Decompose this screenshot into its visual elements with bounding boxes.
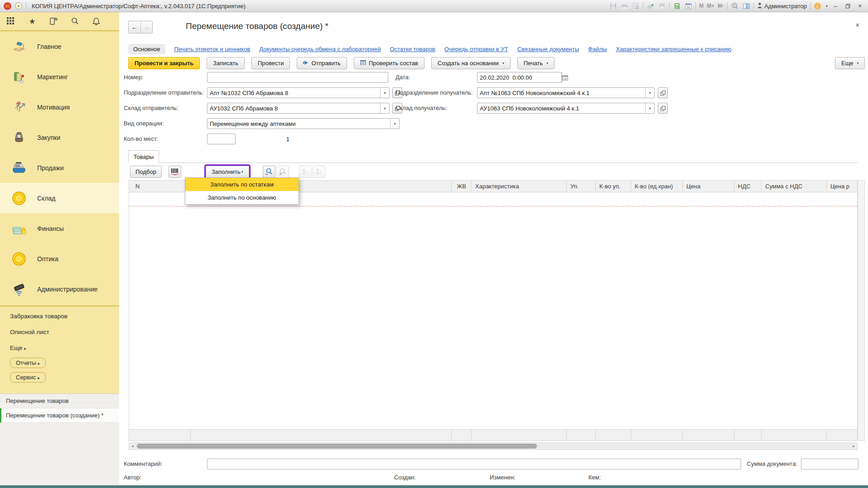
scroll-right-icon[interactable]: ▸ (850, 444, 857, 448)
minimize-button[interactable]: – (831, 2, 840, 10)
tab-tovary[interactable]: Товары (128, 150, 159, 163)
number-field[interactable] (207, 72, 388, 83)
info-icon[interactable]: i (814, 2, 822, 10)
sort-ascending-button[interactable]: АЯ↓ (299, 166, 312, 178)
column-header-kvo-up[interactable]: К-во уп. (596, 181, 631, 192)
barcode-scan-button[interactable] (169, 166, 181, 178)
date-input[interactable] (477, 72, 562, 82)
link-ochered-otpravki[interactable]: Очередь отправки в УТ (444, 46, 508, 53)
main-menu-button[interactable]: ▾ (15, 2, 22, 10)
column-header-kharakteristika[interactable]: Характеристика (472, 181, 567, 192)
column-header-cena-r[interactable]: Цена р (827, 181, 857, 192)
sidebar-item-prodazhi[interactable]: Продажи (0, 153, 119, 183)
calculator-icon[interactable] (673, 2, 681, 10)
print-button[interactable]: Печать▾ (517, 57, 555, 69)
preview-icon[interactable] (632, 2, 640, 10)
link-fayly[interactable]: Файлы (588, 46, 607, 53)
chevron-down-icon[interactable]: ▾ (380, 103, 389, 113)
scroll-left-icon[interactable]: ◂ (129, 444, 136, 448)
print-doc-icon[interactable] (658, 2, 666, 10)
more-button[interactable]: Еще▾ (835, 57, 865, 69)
sender-warehouse-field[interactable]: ▾ (207, 103, 390, 114)
sidebar-item-administrirovanie[interactable]: Администрирование (0, 274, 119, 304)
calendar-icon[interactable]: 31 (684, 2, 692, 10)
sender-division-input[interactable] (207, 88, 380, 98)
form-close-button[interactable]: × (855, 21, 859, 29)
post-and-close-button[interactable]: Провести и закрыть (128, 57, 200, 69)
link-dokumenty-ochered[interactable]: Документы очередь обмена с лабораторией (259, 46, 381, 53)
sender-warehouse-input[interactable] (207, 103, 380, 113)
memory-minus-button[interactable]: M- (718, 3, 724, 9)
link-kharakteristiki[interactable]: Характеристики запрещенные к списанию (616, 46, 731, 53)
sidebar-item-sklad[interactable]: Склад (0, 183, 119, 213)
search-icon[interactable] (70, 17, 79, 26)
save-button[interactable]: Записать (207, 57, 245, 69)
chevron-down-icon[interactable]: ▾ (645, 88, 654, 98)
column-header-n[interactable]: N (129, 181, 191, 192)
column-header-up[interactable]: Уп. (567, 181, 596, 192)
receiver-division-input[interactable] (477, 88, 645, 98)
comment-input[interactable] (207, 459, 741, 469)
service-button[interactable]: Сервис ▸ (10, 372, 46, 383)
receiver-warehouse-open-button[interactable] (658, 103, 668, 114)
receiver-division-open-button[interactable] (658, 87, 668, 98)
find-button[interactable] (263, 166, 275, 178)
info-caret-icon[interactable]: ▾ (826, 4, 828, 8)
comment-field[interactable] (207, 459, 741, 469)
scrollbar-thumb[interactable] (137, 444, 537, 449)
back-button[interactable]: ← (129, 21, 140, 33)
operation-type-input[interactable] (207, 119, 390, 129)
receiver-warehouse-field[interactable]: ▾ (477, 103, 655, 114)
link-pechat-etiketok[interactable]: Печать этикеток и ценников (174, 46, 251, 53)
receiver-warehouse-input[interactable] (477, 103, 645, 113)
menu-item-fill-by-stock[interactable]: Заполнить по остаткам (185, 178, 299, 191)
number-input[interactable] (207, 72, 388, 82)
reports-button[interactable]: Отчеты ▸ (10, 358, 46, 368)
send-button[interactable]: Отправить (297, 57, 347, 69)
places-count-field[interactable] (207, 134, 236, 144)
places-count-input[interactable] (207, 134, 292, 144)
sender-division-field[interactable]: ▾ (207, 87, 390, 98)
taskbar-item-active[interactable]: Перемещение товаров (создание) * (0, 408, 119, 423)
notifications-bell-icon[interactable] (92, 17, 101, 26)
sidebar-link-zabrakovka[interactable]: Забраковка товаров (10, 313, 119, 320)
history-icon[interactable] (49, 17, 58, 26)
current-user[interactable]: Администратор (757, 2, 807, 10)
goods-table-body[interactable] (129, 192, 858, 429)
close-button[interactable]: × (855, 2, 864, 10)
sidebar-item-finansy[interactable]: Финансы (0, 213, 119, 244)
column-header-nds[interactable]: НДС (734, 181, 762, 192)
vertical-scrollbar[interactable] (858, 180, 865, 441)
forward-button[interactable]: → (140, 21, 152, 33)
check-content-button[interactable]: Проверить состав (354, 57, 424, 69)
taskbar-item[interactable]: Перемещение товаров (0, 394, 119, 408)
sidebar-more-link[interactable]: Еще ▸ (10, 344, 119, 351)
memory-button[interactable]: M (699, 3, 704, 9)
column-header-summa-nds[interactable]: Сумма с НДС (762, 181, 827, 192)
receiver-division-field[interactable]: ▾ (477, 87, 655, 98)
sidebar-item-optika[interactable]: Оптика (0, 244, 119, 274)
fill-button[interactable]: Заполнить▾ (206, 166, 249, 178)
link-ostatki-tovarov[interactable]: Остатки товаров (390, 46, 435, 53)
split-view-icon[interactable] (742, 2, 750, 10)
column-header-zhv[interactable]: ЖВ (452, 181, 472, 192)
print-icon[interactable] (620, 2, 628, 10)
chevron-down-icon[interactable]: ▾ (390, 119, 399, 129)
memory-plus-button[interactable]: M+ (707, 3, 714, 9)
column-header-kvo-ed[interactable]: К-во (ед.хран) (631, 181, 683, 192)
sidebar-item-glavnoe[interactable]: Главное (0, 31, 119, 62)
zoom-icon[interactable] (731, 2, 739, 10)
sidebar-item-marketing[interactable]: Маркетинг (0, 62, 119, 92)
favorites-star-icon[interactable]: ★ (28, 17, 37, 26)
calendar-picker-icon[interactable] (562, 72, 568, 82)
sidebar-link-opisnoy-list[interactable]: Описной лист (10, 329, 119, 335)
operation-type-field[interactable]: ▾ (207, 118, 400, 129)
create-from-button[interactable]: Создать на основании▾ (431, 57, 511, 69)
sidebar-item-motivaciya[interactable]: Мотивация (0, 92, 119, 122)
horizontal-scrollbar[interactable]: ◂ ▸ (129, 442, 858, 450)
restore-button[interactable] (843, 2, 852, 10)
menu-item-fill-by-basis[interactable]: Заполнить по основанию (185, 191, 299, 204)
sort-descending-button[interactable]: ЯА↓ (313, 166, 325, 178)
cancel-find-button[interactable] (276, 166, 289, 178)
apps-grid-icon[interactable] (6, 17, 15, 26)
